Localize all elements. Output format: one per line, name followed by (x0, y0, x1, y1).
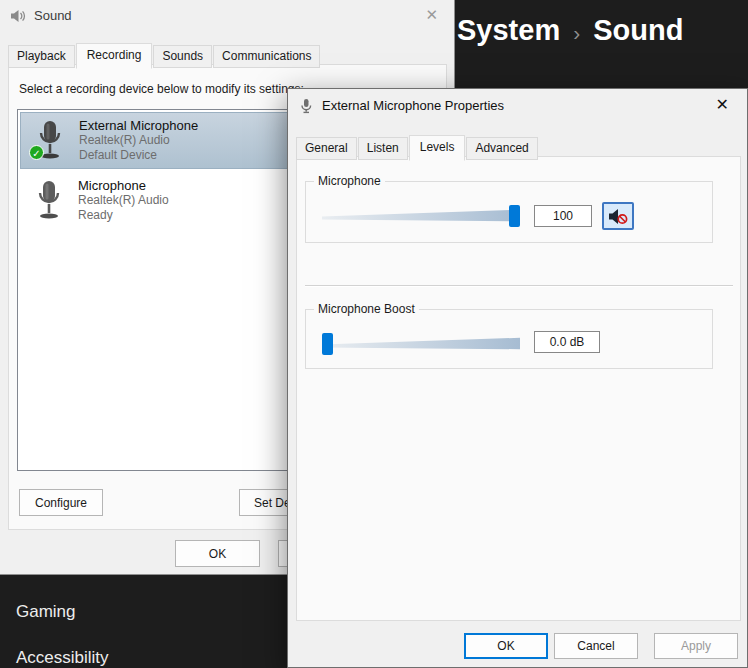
microphone-boost-slider[interactable] (322, 332, 520, 356)
default-device-check-icon: ✓ (29, 145, 44, 160)
slider-track (322, 337, 520, 350)
device-driver: Realtek(R) Audio (79, 133, 198, 148)
microphone-boost-group: Microphone Boost 0.0 dB (305, 309, 713, 369)
chevron-right-icon: › (573, 17, 580, 45)
instruction-text: Select a recording device below to modif… (19, 82, 304, 96)
tab-recording[interactable]: Recording (76, 43, 153, 69)
apply-button[interactable]: Apply (654, 633, 738, 659)
tab-advanced[interactable]: Advanced (466, 137, 537, 160)
sidebar-item-gaming[interactable]: Gaming (16, 602, 76, 622)
tab-levels[interactable]: Levels (409, 135, 466, 161)
microphone-level-value[interactable]: 100 (534, 205, 592, 227)
properties-tabs: General Listen Levels Advanced (296, 135, 539, 160)
device-name: Microphone (78, 178, 169, 193)
properties-titlebar[interactable]: External Microphone Properties ✕ (288, 89, 747, 122)
properties-dialog-title: External Microphone Properties (322, 98, 504, 113)
cancel-button[interactable]: Cancel (554, 633, 638, 659)
close-icon[interactable]: ✕ (425, 7, 438, 23)
sound-dialog-tabs: Playback Recording Sounds Communications (8, 43, 321, 68)
device-driver: Realtek(R) Audio (78, 193, 169, 208)
sidebar-item-accessibility[interactable]: Accessibility (16, 648, 109, 668)
ok-button[interactable]: OK (175, 540, 260, 567)
close-icon[interactable]: ✕ (716, 97, 729, 113)
speaker-icon (10, 8, 26, 24)
slider-track (322, 209, 520, 222)
ok-button[interactable]: OK (464, 633, 548, 659)
group-separator (305, 285, 733, 287)
sound-dialog-titlebar[interactable]: Sound ✕ (0, 0, 454, 31)
mute-button[interactable] (602, 202, 634, 230)
tab-playback[interactable]: Playback (8, 45, 75, 68)
configure-button[interactable]: Configure (19, 489, 103, 516)
microphone-device-icon: ✓ (21, 120, 79, 162)
microphone-level-group: Microphone 100 (305, 181, 713, 243)
sound-dialog-title: Sound (34, 8, 72, 23)
slider-thumb[interactable] (322, 333, 333, 355)
levels-tab-page: Microphone 100 Microphone Boost (296, 156, 741, 621)
boost-group-label: Microphone Boost (314, 302, 419, 316)
speaker-mute-icon (608, 208, 628, 225)
microphone-group-label: Microphone (314, 174, 385, 188)
breadcrumb-sound: Sound (593, 14, 683, 47)
microphone-icon (298, 98, 314, 114)
microphone-level-slider[interactable] (322, 204, 520, 228)
device-status: Ready (78, 208, 169, 223)
screen: System › Sound Gaming Accessibility Soun… (0, 0, 748, 668)
tab-sounds[interactable]: Sounds (153, 45, 212, 68)
boost-value[interactable]: 0.0 dB (534, 331, 600, 353)
tab-general[interactable]: General (296, 137, 357, 160)
microphone-properties-dialog: External Microphone Properties ✕ General… (287, 88, 748, 668)
microphone-device-icon (20, 180, 78, 222)
device-name: External Microphone (79, 118, 198, 133)
tab-communications[interactable]: Communications (213, 45, 320, 68)
slider-thumb[interactable] (509, 205, 520, 227)
device-status: Default Device (79, 148, 198, 163)
breadcrumb-system[interactable]: System (457, 14, 560, 47)
tab-listen[interactable]: Listen (358, 137, 408, 160)
breadcrumb: System › Sound (457, 14, 683, 47)
